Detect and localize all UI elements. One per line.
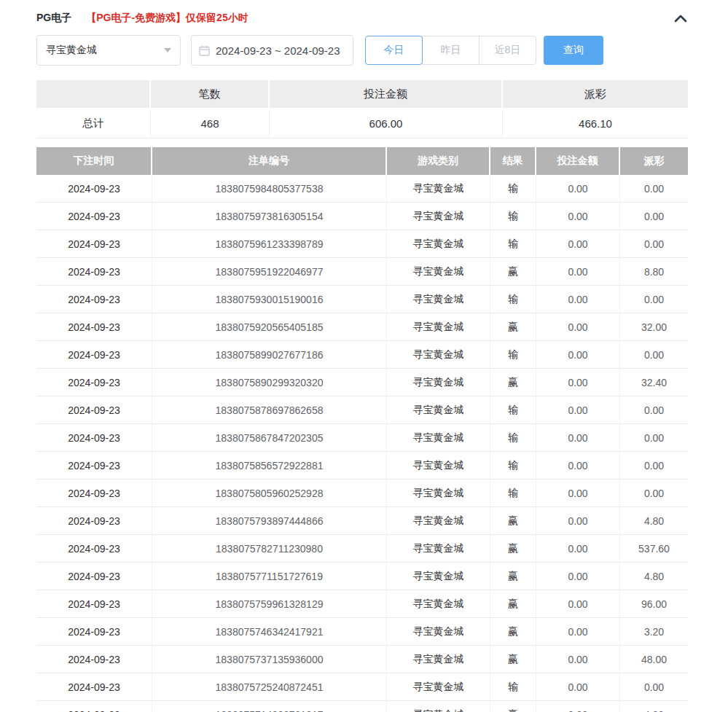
- cell-bet-id: 1838075805960252928: [152, 480, 387, 507]
- cell-payout: 0.00: [620, 341, 688, 369]
- chevron-up-icon: [673, 13, 688, 23]
- cell-bet-amount: 0.00: [536, 341, 620, 369]
- cell-payout: 4.80: [620, 701, 688, 712]
- cell-payout: 0.00: [620, 396, 688, 424]
- summary-header-payout: 派彩: [503, 80, 688, 109]
- cell-bet-amount: 0.00: [536, 286, 620, 313]
- cell-game-category: 寻宝黄金城: [387, 286, 490, 313]
- cell-result: 输: [490, 341, 536, 369]
- table-row: 2024-09-23 1838075867847202305 寻宝黄金城 输 0…: [36, 424, 688, 452]
- cell-bet-id: 1838075930015190016: [152, 286, 387, 313]
- collapse-panel-button[interactable]: [673, 13, 688, 23]
- cell-result: 赢: [490, 535, 536, 563]
- table-row: 2024-09-23 1838075961233398789 寻宝黄金城 输 0…: [36, 230, 688, 258]
- page-title: PG电子: [36, 12, 71, 25]
- cell-payout: 4.80: [620, 563, 688, 590]
- cell-bet-time: 2024-09-23: [36, 396, 152, 424]
- search-button[interactable]: 查询: [544, 36, 603, 65]
- cell-game-category: 寻宝黄金城: [387, 369, 490, 396]
- cell-result: 赢: [490, 563, 536, 590]
- quick-range-8days-button[interactable]: 近8日: [479, 36, 536, 65]
- cell-bet-time: 2024-09-23: [36, 286, 152, 313]
- cell-result: 输: [490, 175, 536, 203]
- cell-result: 赢: [490, 590, 536, 618]
- quick-range-yesterday-button[interactable]: 昨日: [422, 36, 480, 65]
- chevron-down-icon: [164, 48, 171, 52]
- cell-bet-time: 2024-09-23: [36, 341, 152, 369]
- records-header-payout: 派彩: [620, 147, 688, 175]
- cell-game-category: 寻宝黄金城: [387, 175, 490, 203]
- cell-game-category: 寻宝黄金城: [387, 203, 490, 230]
- retention-notice: 【PG电子-免费游戏】仅保留25小时: [86, 12, 248, 25]
- cell-bet-id: 1838075856572922881: [152, 452, 387, 480]
- cell-game-category: 寻宝黄金城: [387, 701, 490, 712]
- records-table: 下注时间 注单编号 游戏类别 结果 投注金额 派彩 2024-09-23 183…: [36, 147, 688, 712]
- table-row: 2024-09-23 1838075856572922881 寻宝黄金城 输 0…: [36, 452, 688, 480]
- cell-result: 输: [490, 396, 536, 424]
- cell-game-category: 寻宝黄金城: [387, 563, 490, 590]
- cell-bet-amount: 0.00: [536, 313, 620, 341]
- cell-result: 输: [490, 480, 536, 507]
- summary-total-payout: 466.10: [503, 109, 688, 138]
- cell-result: 赢: [490, 369, 536, 396]
- cell-bet-amount: 0.00: [536, 646, 620, 673]
- cell-result: 赢: [490, 618, 536, 646]
- cell-payout: 3.20: [620, 618, 688, 646]
- table-row: 2024-09-23 1838075746342417921 寻宝黄金城 赢 0…: [36, 618, 688, 646]
- cell-result: 输: [490, 673, 536, 701]
- cell-result: 赢: [490, 507, 536, 535]
- cell-bet-id: 1838075878697862658: [152, 396, 387, 424]
- summary-header-empty: [36, 80, 151, 109]
- cell-bet-time: 2024-09-23: [36, 424, 152, 452]
- cell-payout: 0.00: [620, 452, 688, 480]
- table-row: 2024-09-23 1838075899027677186 寻宝黄金城 输 0…: [36, 341, 688, 369]
- cell-bet-amount: 0.00: [536, 203, 620, 230]
- table-row: 2024-09-23 1838075771151727619 寻宝黄金城 赢 0…: [36, 563, 688, 590]
- cell-bet-id: 1838075782711230980: [152, 535, 387, 563]
- cell-game-category: 寻宝黄金城: [387, 258, 490, 286]
- cell-bet-time: 2024-09-23: [36, 507, 152, 535]
- cell-game-category: 寻宝黄金城: [387, 535, 490, 563]
- cell-payout: 4.80: [620, 507, 688, 535]
- cell-payout: 537.60: [620, 535, 688, 563]
- records-header-game-category: 游戏类别: [387, 147, 490, 175]
- cell-game-category: 寻宝黄金城: [387, 313, 490, 341]
- table-row: 2024-09-23 1838075973816305154 寻宝黄金城 输 0…: [36, 203, 688, 230]
- quick-range-today-button[interactable]: 今日: [365, 36, 423, 65]
- cell-game-category: 寻宝黄金城: [387, 646, 490, 673]
- game-select[interactable]: 寻宝黄金城: [36, 35, 181, 66]
- cell-payout: 0.00: [620, 480, 688, 507]
- cell-bet-amount: 0.00: [536, 535, 620, 563]
- cell-bet-amount: 0.00: [536, 507, 620, 535]
- cell-bet-id: 1838075973816305154: [152, 203, 387, 230]
- cell-bet-amount: 0.00: [536, 175, 620, 203]
- records-header-bet-id: 注单编号: [152, 147, 387, 175]
- date-range-input[interactable]: 2024-09-23 ~ 2024-09-23: [191, 35, 353, 66]
- cell-bet-time: 2024-09-23: [36, 646, 152, 673]
- cell-bet-id: 1838075714902761217: [152, 701, 387, 712]
- table-row: 2024-09-23 1838075782711230980 寻宝黄金城 赢 0…: [36, 535, 688, 563]
- cell-payout: 0.00: [620, 286, 688, 313]
- cell-payout: 0.00: [620, 203, 688, 230]
- cell-payout: 0.00: [620, 673, 688, 701]
- cell-bet-time: 2024-09-23: [36, 313, 152, 341]
- cell-payout: 0.00: [620, 230, 688, 258]
- cell-game-category: 寻宝黄金城: [387, 341, 490, 369]
- table-row: 2024-09-23 1838075878697862658 寻宝黄金城 输 0…: [36, 396, 688, 424]
- table-row: 2024-09-23 1838075725240872451 寻宝黄金城 输 0…: [36, 673, 688, 701]
- cell-bet-amount: 0.00: [536, 258, 620, 286]
- cell-bet-time: 2024-09-23: [36, 258, 152, 286]
- cell-bet-amount: 0.00: [536, 563, 620, 590]
- cell-bet-time: 2024-09-23: [36, 203, 152, 230]
- summary-total-count: 468: [151, 109, 270, 138]
- table-row: 2024-09-23 1838075920565405185 寻宝黄金城 赢 0…: [36, 313, 688, 341]
- cell-bet-time: 2024-09-23: [36, 701, 152, 712]
- cell-game-category: 寻宝黄金城: [387, 230, 490, 258]
- table-row: 2024-09-23 1838075759961328129 寻宝黄金城 赢 0…: [36, 590, 688, 618]
- cell-bet-time: 2024-09-23: [36, 535, 152, 563]
- cell-result: 输: [490, 424, 536, 452]
- table-row: 2024-09-23 1838075951922046977 寻宝黄金城 赢 0…: [36, 258, 688, 286]
- cell-bet-amount: 0.00: [536, 618, 620, 646]
- cell-bet-amount: 0.00: [536, 452, 620, 480]
- cell-bet-id: 1838075867847202305: [152, 424, 387, 452]
